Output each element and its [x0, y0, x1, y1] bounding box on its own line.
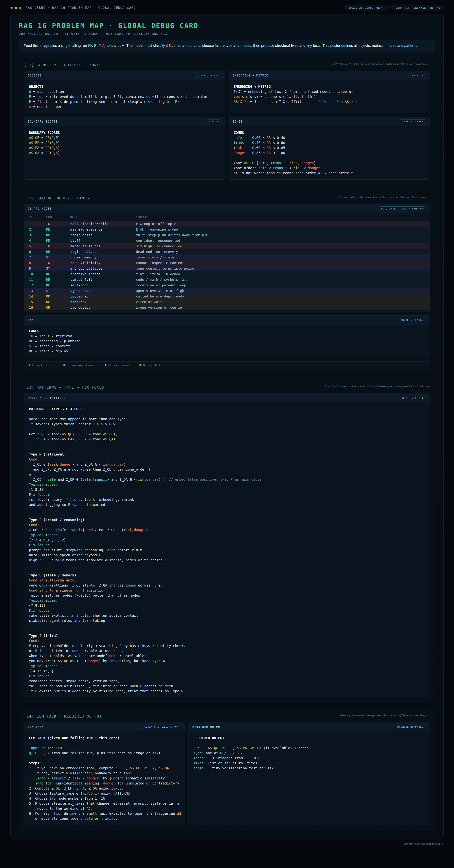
column-header-name: NAME: [70, 216, 136, 218]
mode-row-1: 1INhallucination/driftE wrong or off-top…: [24, 221, 430, 226]
section-01-label: [01] GEOMETRY · OBJECTS · ZONES: [24, 62, 102, 67]
mode-row-9: 9STentropy collapselong context turns in…: [24, 266, 430, 271]
mode-row-7: 7STbroken memoryloses story / state: [24, 254, 430, 260]
panel-pattern-definitions: PATTERN DEFINITIONS R / P / S / I PATTER…: [24, 393, 430, 698]
window-title-group: RAG-DEBUG · RAG 16 PROBLEM MAP · GLOBAL …: [10, 6, 136, 9]
mode-row-12: 12REself-looprecursion or paradox loop: [24, 282, 430, 288]
column-header-lane: LANE: [46, 216, 70, 218]
section-01-note: Q/E/P/A objects, ΔS metric and four boun…: [330, 62, 430, 66]
zones-definition-text: ZONESsafe: 0.00 ≤ ΔS < 0.40transit: 0.40…: [229, 126, 430, 180]
intro-note: Feed this image plus a single failing ru…: [19, 40, 435, 52]
mode-row-14: 14OPbootstrapcalled before deps ready: [24, 293, 430, 299]
legend-label: IN · input / retrieval: [32, 364, 53, 366]
mode-row-8: 8INno E visibilitycannot inspect E conte…: [24, 260, 430, 266]
patterns-panel-badge: R / P / S / I: [400, 396, 426, 400]
embedding-definition-text: EMBEDDING + METRICI(X) = embedding of te…: [229, 80, 430, 113]
lanes-panel-title: LANES: [28, 318, 38, 321]
op-lane-dot-icon: [139, 364, 141, 366]
legend-item-re: RE · reasoning / planning: [63, 364, 94, 366]
panel-objects: OBJECTS Q / E / P / A OBJECTSQ = user qu…: [24, 71, 225, 113]
legend-label: ST · state / context: [108, 364, 129, 366]
column-header-symptom: SYMPTOM: [136, 216, 425, 218]
section-failure-modes: [02] FAILURE MODES · LANES 16 named fail…: [19, 191, 435, 374]
modes-table-badge: NO / LANE / NAME / SYMPTOM: [379, 207, 426, 211]
footer-link[interactable]: github.com/onestardao/WFGY: [404, 842, 444, 845]
panel-objects-badge: Q / E / P / A: [195, 73, 221, 78]
mode-row-2: 2REmisread evidenceE ok, reasoning wrong: [24, 226, 430, 232]
topbar: RAG-DEBUG · RAG 16 PROBLEM MAP · GLOBAL …: [0, 0, 454, 14]
required-output-text: REQUIRED OUTPUT ΔS: ΔS_QE, ΔS_EP, ΔS_PA,…: [189, 732, 430, 825]
section-03-note: From four ΔS zones to failure type and f…: [325, 384, 430, 388]
window-title: RAG-DEBUG · RAG 16 PROBLEM MAP · GLOBAL …: [26, 6, 136, 9]
llm-task-panel-badge: GIVEN ONE FAILING RUN: [142, 724, 181, 729]
panel-boundary-badge: 4 CUTS: [206, 119, 221, 124]
mode-row-16: 16OPbad deploywrong version or config: [24, 305, 430, 310]
lanes-panel-badge: WHERE IT FAILS: [398, 318, 426, 322]
mode-row-5: 5INembed false possim high, relevance lo…: [24, 243, 430, 249]
panel-objects-title: OBJECTS: [28, 74, 42, 77]
panel-embedding-title: EMBEDDING + METRIC: [233, 74, 268, 77]
lanes-legend: IN · input / retrievalRE · reasoning / p…: [24, 361, 430, 369]
topbar-badges: IMAGE-AS-DEBUG-PROMPT SEMANTIC FIREWALL …: [345, 5, 444, 10]
st-lane-dot-icon: [105, 364, 106, 366]
lanes-definition-text: LANESIN = input / retrievalRE = reasonin…: [24, 324, 430, 358]
section-llm-task: [04] LLM TASK · REQUIRED OUTPUT What any…: [19, 709, 435, 831]
section-geometry: [01] GEOMETRY · OBJECTS · ZONES Q/E/P/A …: [19, 58, 435, 185]
llm-task-panel-title: LLM TASK: [28, 725, 44, 728]
page-subtitle: ONE FAILING RUN IN · 16 WAYS TO BREAK · …: [19, 32, 435, 35]
legend-item-op: OP · infra / deploy: [139, 364, 162, 366]
column-header-no: NO: [29, 216, 46, 218]
objects-definition-text: OBJECTSQ = user questionE = top-k retrie…: [24, 80, 225, 113]
panel-embedding-metric: EMBEDDING + METRIC ΔS(X,Y) EMBEDDING + M…: [229, 71, 430, 113]
llm-task-text: LLM TASK (given one failing run + this c…: [24, 732, 185, 825]
pattern-definitions-text: PATTERNS → TYPE → FIX FOCUS Note: one mo…: [24, 402, 430, 698]
window-dot-yellow-icon: [14, 7, 17, 9]
mode-row-13: 13STagent chaosagents overwrite or fight: [24, 288, 430, 293]
boundary-scores-text: BOUNDARY SCORESΔS_QE = ΔS(Q,E)ΔS_EP = ΔS…: [24, 126, 225, 180]
main-card: RAG 16 PROBLEM MAP · GLOBAL DEBUG CARD O…: [10, 14, 444, 838]
legend-label: RE · reasoning / planning: [67, 364, 94, 366]
panel-boundary-title: BOUNDARY SCORES: [28, 120, 58, 123]
mode-row-15: 15OPdeadlockcircular wait: [24, 299, 430, 305]
mode-row-4: 4REbluffconfident, unsupported: [24, 238, 430, 243]
badge-semantic-firewall: SEMANTIC FIREWALL FOR RAG: [392, 5, 444, 10]
panel-zones-title: ZONES: [233, 120, 242, 123]
legend-label: OP · infra / deploy: [143, 364, 162, 366]
required-output-panel-badge: MACHINE-READABLE: [395, 724, 426, 729]
in-lane-dot-icon: [29, 364, 30, 366]
panel-required-output: REQUIRED OUTPUT MACHINE-READABLE REQUIRE…: [189, 722, 430, 825]
panel-zones: ZONES SAFE → DANGER ZONESsafe: 0.00 ≤ ΔS…: [229, 117, 430, 180]
footer: github.com/onestardao/WFGY: [10, 842, 444, 845]
mode-row-11: 11REsymbol failcode / math / symbols fai…: [24, 277, 430, 282]
window-dot-red-icon: [10, 7, 13, 9]
panel-lanes: LANES WHERE IT FAILS LANESIN = input / r…: [24, 315, 430, 358]
window-dot-green-icon: [19, 7, 21, 9]
section-patterns: [03] PATTERNS → TYPE → FIX FOCUS From fo…: [19, 380, 435, 703]
page-title: RAG 16 PROBLEM MAP · GLOBAL DEBUG CARD: [19, 22, 435, 30]
modes-table-title: 16 RAG MODES: [28, 207, 52, 210]
section-03-label: [03] PATTERNS → TYPE → FIX FOCUS: [24, 384, 104, 389]
modes-table-header: NO LANE NAME SYMPTOM: [24, 213, 430, 221]
panel-rag-modes-table: 16 RAG MODES NO / LANE / NAME / SYMPTOM …: [24, 204, 430, 312]
section-02-label: [02] FAILURE MODES · LANES: [24, 195, 89, 200]
panel-zones-badge: SAFE → DANGER: [400, 119, 426, 124]
patterns-panel-title: PATTERN DEFINITIONS: [28, 396, 66, 400]
panel-llm-task: LLM TASK GIVEN ONE FAILING RUN LLM TASK …: [24, 722, 185, 825]
badge-image-as-debug-prompt: IMAGE-AS-DEBUG-PROMPT: [345, 5, 390, 10]
section-04-label: [04] LLM TASK · REQUIRED OUTPUT: [24, 714, 102, 718]
mode-row-6: 6RElogic collapsedead-end, no recovery: [24, 249, 430, 254]
mode-row-3: 3REchain driftmulti-step plan drifts awa…: [24, 232, 430, 238]
section-04-note: What any LLM must do when you feed this …: [340, 714, 430, 717]
panel-boundary-scores: BOUNDARY SCORES 4 CUTS BOUNDARY SCORESΔS…: [24, 117, 225, 180]
modes-table-body: 1INhallucination/driftE wrong or off-top…: [24, 221, 430, 312]
section-02-note: 16 named failure modes across 4 lanes. U…: [338, 195, 430, 199]
panel-embedding-badge: ΔS(X,Y): [410, 73, 426, 78]
mode-row-10: 10REcreative freezeflat, literal, blocke…: [24, 271, 430, 277]
legend-item-in: IN · input / retrieval: [29, 364, 53, 366]
re-lane-dot-icon: [63, 364, 65, 366]
legend-item-st: ST · state / context: [105, 364, 129, 366]
required-output-panel-title: REQUIRED OUTPUT: [192, 725, 222, 728]
